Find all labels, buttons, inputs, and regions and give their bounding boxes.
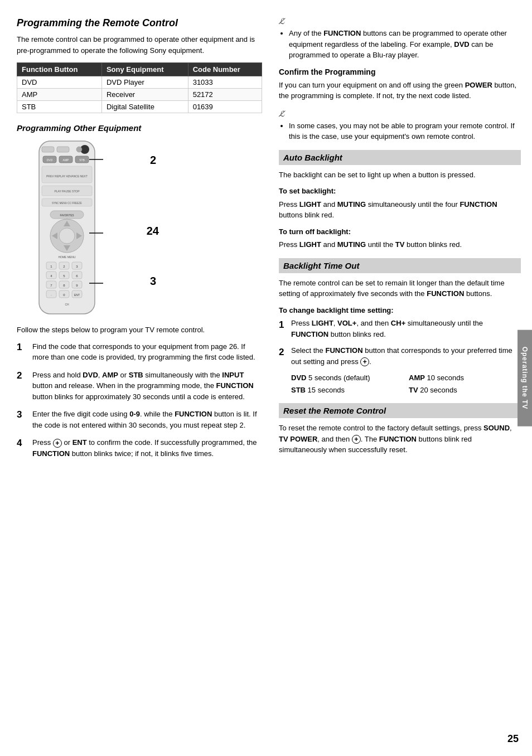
- left-column: Programming the Remote Control The remot…: [17, 17, 273, 739]
- right-column: ℒ̸ Any of the FUNCTION buttons can be pr…: [273, 17, 521, 739]
- svg-text:PREV REPLAY ADVANCE NEXT: PREV REPLAY ADVANCE NEXT: [46, 175, 88, 178]
- circle-plus-change: +: [360, 357, 369, 366]
- svg-point-4: [76, 147, 82, 152]
- table-cell: Digital Satellite: [101, 101, 188, 113]
- page-number: 25: [507, 733, 519, 745]
- note1-bullet: Any of the FUNCTION buttons can be progr…: [289, 28, 521, 61]
- time-setting-label: DVD 5 seconds (default): [291, 372, 403, 384]
- change-step-number: 2: [279, 345, 291, 360]
- auto-backlight-content: The backlight can be set to light up whe…: [279, 169, 521, 250]
- table-cell: AMP: [17, 89, 102, 101]
- svg-text:PLAY PAUSE STOP: PLAY PAUSE STOP: [54, 190, 80, 193]
- step-text: Press + or ENT to confirm the code. If s…: [32, 437, 262, 459]
- table-cell: Receiver: [101, 89, 188, 101]
- step-text: Find the code that corresponds to your e…: [32, 341, 262, 363]
- confirm-text: If you can turn your equipment on and of…: [279, 80, 521, 101]
- remote-control-image: DVD AMP STB PREV REPLAY ADVANCE NEXT PLA…: [17, 138, 117, 317]
- step-number: 2: [17, 369, 32, 383]
- change-step-text: Select the FUNCTION button that correspo…: [291, 345, 521, 367]
- table-cell: STB: [17, 101, 102, 113]
- circle-plus-step4: +: [53, 439, 62, 448]
- step-text: Enter the five digit code using 0-9. whi…: [32, 409, 262, 430]
- backlight-timeout-content: The remote control can be set to remain …: [279, 278, 521, 396]
- table-cell: 31033: [188, 76, 262, 89]
- set-backlight-heading: To set backlight:: [279, 186, 521, 197]
- backlight-timeout-text: The remote control can be set to remain …: [279, 278, 521, 299]
- change-step-item: 2Select the FUNCTION button that corresp…: [279, 345, 521, 367]
- turn-off-text: Press LIGHT and MUTING until the TV butt…: [279, 239, 521, 250]
- main-title: Programming the Remote Control: [17, 17, 262, 30]
- time-setting-label: TV 20 seconds: [409, 385, 521, 396]
- change-step-item: 1Press LIGHT, VOL+, and then CH+ simulta…: [279, 318, 521, 340]
- turn-off-heading: To turn off backlight:: [279, 226, 521, 238]
- reset-title: Reset the Remote Control: [283, 406, 386, 415]
- step-text: Press and hold DVD, AMP or STB simultane…: [32, 370, 262, 403]
- note-icon-1: ℒ̸: [279, 17, 521, 26]
- change-step-number: 1: [279, 318, 291, 332]
- intro-text: The remote control can be programmed to …: [17, 34, 262, 56]
- code-table: Function Button Sony Equipment Code Numb…: [17, 62, 262, 113]
- reset-box: Reset the Remote Control: [279, 403, 521, 418]
- confirm-title: Confirm the Programming: [279, 67, 521, 76]
- table-cell: 01639: [188, 101, 262, 113]
- note1: ℒ̸ Any of the FUNCTION buttons can be pr…: [279, 17, 521, 61]
- step-number: 1: [17, 340, 32, 355]
- table-cell: DVD: [17, 76, 102, 89]
- step-number: 4: [17, 436, 32, 450]
- backlight-timeout-box: Backlight Time Out: [279, 258, 521, 273]
- svg-rect-1: [42, 147, 54, 152]
- time-settings-table: DVD 5 seconds (default)AMP 10 secondsSTB…: [291, 372, 521, 395]
- side-tab: Operating the TV: [518, 330, 532, 427]
- note2-bullet: In some cases, you may not be able to pr…: [289, 120, 521, 142]
- note2: ℒ̸ In some cases, you may not be able to…: [279, 109, 521, 142]
- label-3: 3: [150, 275, 156, 288]
- label-24: 24: [147, 225, 159, 238]
- auto-backlight-title: Auto Backlight: [283, 153, 342, 162]
- svg-text:AMP: AMP: [63, 158, 70, 162]
- reset-content: To reset the remote control to the facto…: [279, 423, 521, 455]
- step-number: 3: [17, 408, 32, 422]
- step-item: 4Press + or ENT to confirm the code. If …: [17, 437, 262, 459]
- svg-text:CH: CH: [65, 303, 69, 306]
- step-item: 2Press and hold DVD, AMP or STB simultan…: [17, 370, 262, 403]
- svg-text:SYNC MENU  CC  FREEZE: SYNC MENU CC FREEZE: [52, 202, 82, 205]
- confirm-section: Confirm the Programming If you can turn …: [279, 67, 521, 101]
- step-item: 3Enter the five digit code using 0-9. wh…: [17, 409, 262, 430]
- table-cell: 52172: [188, 89, 262, 101]
- table-cell: DVD Player: [101, 76, 188, 89]
- table-header-equipment: Sony Equipment: [101, 63, 188, 76]
- svg-text:DVD: DVD: [47, 158, 53, 162]
- step-list: 1Find the code that corresponds to your …: [17, 341, 262, 459]
- change-heading: To change backlight time setting:: [279, 305, 521, 316]
- svg-point-20: [59, 228, 75, 244]
- set-backlight-text: Press LIGHT and MUTING simultaneously un…: [279, 199, 521, 221]
- label-2-top: 2: [150, 154, 156, 167]
- time-setting-label: STB 15 seconds: [291, 385, 403, 396]
- table-header-function: Function Button: [17, 63, 102, 76]
- svg-text:STB: STB: [79, 158, 85, 162]
- remote-section: DVD AMP STB PREV REPLAY ADVANCE NEXT PLA…: [17, 138, 262, 317]
- change-steps-list: 1Press LIGHT, VOL+, and then CH+ simulta…: [279, 318, 521, 395]
- svg-rect-2: [57, 147, 69, 152]
- step-item: 1Find the code that corresponds to your …: [17, 341, 262, 363]
- circle-plus-reset: +: [352, 435, 361, 444]
- steps-intro: Follow the steps below to program your T…: [17, 324, 262, 336]
- svg-text:ENT: ENT: [74, 293, 80, 297]
- change-step-text: Press LIGHT, VOL+, and then CH+ simultan…: [291, 318, 521, 340]
- table-header-code: Code Number: [188, 63, 262, 76]
- svg-text:FAVORITES: FAVORITES: [60, 214, 74, 217]
- note-icon-2: ℒ̸: [279, 109, 521, 118]
- sub-section-title: Programming Other Equipment: [17, 123, 262, 133]
- reset-text: To reset the remote control to the facto…: [279, 423, 521, 455]
- time-setting-label: AMP 10 seconds: [409, 372, 521, 384]
- backlight-timeout-title: Backlight Time Out: [283, 261, 359, 270]
- page: Programming the Remote Control The remot…: [0, 0, 532, 756]
- auto-backlight-text: The backlight can be set to light up whe…: [279, 169, 521, 181]
- svg-text:HOME    MENU: HOME MENU: [58, 255, 76, 259]
- auto-backlight-box: Auto Backlight: [279, 150, 521, 165]
